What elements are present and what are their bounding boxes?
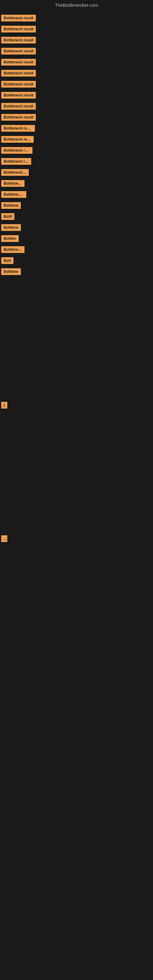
bottleneck-badge: Bottleneck result — [1, 147, 32, 154]
bottleneck-badge: Bottleneck result — [1, 136, 33, 143]
bottleneck-item[interactable]: Bottleneck result — [0, 13, 153, 23]
bottleneck-badge-extra: | — [1, 402, 7, 409]
bottleneck-badge: Bottleneck result — [1, 37, 36, 43]
page-title: TheBottlenecker.com — [55, 2, 98, 8]
bottleneck-item[interactable]: Bottleneck result — [0, 134, 153, 145]
bottleneck-badge: Bottlen — [1, 235, 19, 242]
bottleneck-badge: Bottleneck result — [1, 158, 31, 165]
bottleneck-badge: Bottlene — [1, 268, 21, 275]
bottleneck-item[interactable]: Bottleneck result — [0, 57, 153, 67]
bottleneck-item[interactable]: Bottlene — [0, 200, 153, 211]
bottleneck-item[interactable]: Bottleneck re — [0, 189, 153, 200]
bottleneck-badge: Bottleneck result — [1, 92, 36, 99]
bottleneck-item[interactable]: Bottlene — [0, 266, 153, 277]
bottleneck-item[interactable]: Bottl — [0, 211, 153, 222]
bottleneck-badge: Bottleneck re — [1, 191, 26, 198]
bottleneck-item[interactable]: Bottleneck — [0, 178, 153, 189]
bottleneck-item-extra: | — [0, 400, 153, 410]
bottleneck-item[interactable]: Bott — [0, 255, 153, 266]
bottleneck-badge: Bottleneck result — [1, 59, 36, 65]
bottleneck-item[interactable]: Bottleneck result — [0, 35, 153, 45]
bottleneck-badge: Bottl — [1, 213, 14, 220]
page-header: TheBottlenecker.com — [0, 0, 153, 12]
bottleneck-item[interactable]: Bottleneck result — [0, 123, 153, 134]
items-container: Bottleneck resultBottleneck resultBottle… — [0, 12, 153, 544]
bottleneck-item[interactable]: Bottleneck result — [0, 79, 153, 89]
bottleneck-badge: Bottleneck result — [1, 15, 36, 21]
bottleneck-badge: Bottleneck result — [1, 125, 35, 132]
bottleneck-item[interactable]: Bottleneck result — [0, 112, 153, 123]
bottleneck-item[interactable]: Bottleneck result — [0, 145, 153, 156]
bottleneck-item[interactable]: Bottleneck result — [0, 90, 153, 100]
bottleneck-badge: Bottleneck result — [1, 114, 36, 121]
bottleneck-badge-extra: ... — [1, 535, 7, 542]
bottleneck-item[interactable]: Bottleneck result — [0, 101, 153, 111]
bottleneck-item[interactable]: Bottlen — [0, 233, 153, 244]
bottleneck-item[interactable]: Bottleneck result — [0, 68, 153, 78]
bottleneck-item[interactable]: Bottlene — [0, 222, 153, 233]
bottleneck-badge: Bottleneck result — [1, 81, 36, 88]
bottleneck-badge: Bottleneck — [1, 180, 24, 187]
bottleneck-badge: Bottleneck result — [1, 70, 36, 76]
bottleneck-item[interactable]: Bottleneck result — [0, 46, 153, 56]
bottleneck-badge: Bott — [1, 257, 13, 264]
bottleneck-badge: Bottleneck result — [1, 26, 36, 32]
bottleneck-item-extra: ... — [0, 533, 153, 544]
bottleneck-item[interactable]: Bottleneck — [0, 244, 153, 255]
bottleneck-badge: Bottleneck — [1, 246, 24, 253]
bottleneck-badge: Bottleneck result — [1, 48, 36, 54]
bottleneck-badge: Bottleneck result — [1, 103, 36, 110]
bottleneck-item[interactable]: Bottleneck res — [0, 167, 153, 178]
bottleneck-badge: Bottlene — [1, 224, 21, 231]
bottleneck-badge: Bottleneck res — [1, 169, 29, 176]
bottleneck-item[interactable]: Bottleneck result — [0, 24, 153, 34]
bottleneck-item[interactable]: Bottleneck result — [0, 156, 153, 167]
bottleneck-badge: Bottlene — [1, 202, 21, 209]
